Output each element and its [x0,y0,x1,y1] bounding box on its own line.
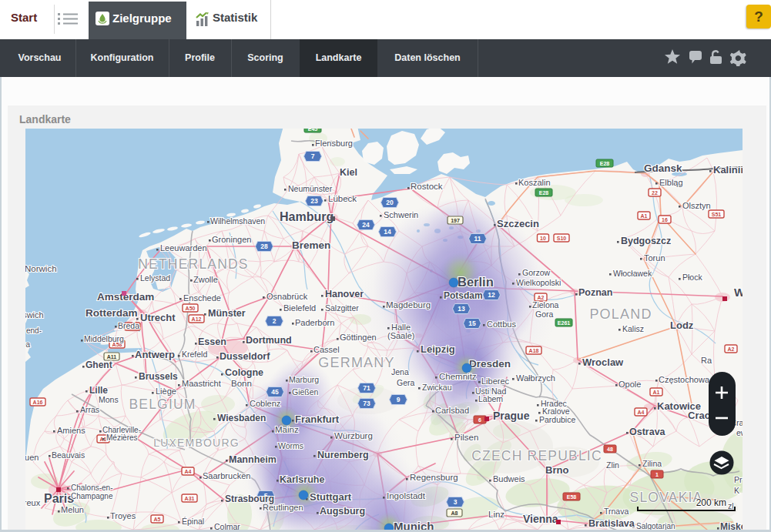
svg-text:A31: A31 [185,496,195,501]
svg-text:Worms: Worms [278,441,303,450]
svg-text:Zwolle: Zwolle [193,275,218,284]
svg-text:A12: A12 [192,316,202,322]
svg-text:Pr: Pr [734,475,743,484]
svg-text:Paris: Paris [44,492,74,505]
svg-text:Marburg: Marburg [289,375,319,384]
svg-text:Pardubice: Pardubice [539,415,575,424]
svg-text:Bratislava: Bratislava [588,518,635,529]
svg-text:Zlin: Zlin [606,460,619,470]
svg-text:Poznan: Poznan [578,287,612,298]
svg-text:Enschede: Enschede [183,293,221,303]
svg-text:Wielkopolski: Wielkopolski [516,278,561,287]
svg-text:Augsburg: Augsburg [320,506,365,517]
svg-text:9: 9 [397,396,401,403]
svg-text:end-: end- [26,326,42,335]
svg-text:A4: A4 [638,410,645,415]
svg-text:Bonn: Bonn [231,379,252,388]
svg-text:Flensburg: Flensburg [315,139,353,148]
svg-text:73: 73 [363,400,370,407]
svg-text:Arras: Arras [80,405,99,414]
svg-text:Champagne: Champagne [71,492,113,500]
svg-text:Jena: Jena [391,367,409,376]
svg-text:Ipswich: Ipswich [25,310,44,320]
svg-text:S51: S51 [712,212,722,217]
svg-text:Saarbrucken: Saarbrucken [203,471,250,480]
svg-text:Berlin: Berlin [458,275,494,289]
svg-text:A2: A2 [728,346,735,352]
svg-text:Regensburg: Regensburg [410,473,458,482]
svg-text:Zielona: Zielona [532,300,559,309]
svg-text:Antwerp: Antwerp [135,349,175,360]
svg-text:48: 48 [607,447,613,452]
svg-text:Leipzig: Leipzig [421,343,455,355]
svg-text:Evreux: Evreux [25,498,41,507]
svg-text:Reutlingen: Reutlingen [263,503,303,512]
svg-text:Torun: Torun [644,253,665,263]
svg-text:Lille: Lille [89,385,108,396]
svg-text:Płock: Płock [682,273,702,282]
svg-text:Ghent: Ghent [85,360,112,370]
svg-text:Pilsen: Pilsen [454,433,478,442]
svg-text:A50: A50 [186,306,196,311]
svg-text:Middelburg: Middelburg [84,334,124,343]
svg-text:Trnava: Trnava [604,507,629,516]
svg-text:ea: ea [25,340,31,349]
svg-text:zl: zl [728,501,734,510]
svg-text:Mainz: Mainz [275,425,299,434]
svg-text:Wiesbaden: Wiesbaden [217,413,266,423]
svg-text:A8: A8 [451,510,458,516]
svg-text:Dresden: Dresden [469,358,511,370]
svg-text:Labem: Labem [478,394,503,403]
svg-text:12: 12 [488,291,495,299]
svg-text:A18: A18 [529,348,539,353]
svg-text:Rouen: Rouen [25,453,39,462]
svg-text:Karlsruhe: Karlsruhe [280,474,324,485]
svg-text:A16: A16 [33,400,43,405]
svg-text:Mézières: Mézières [106,433,138,442]
svg-text:Coblenz: Coblenz [250,399,280,408]
svg-text:Brno: Brno [545,464,568,476]
svg-text:22: 22 [652,190,658,196]
svg-text:23: 23 [310,197,318,205]
svg-text:Bydgoszcz: Bydgoszcz [621,236,671,246]
svg-text:E28: E28 [600,161,610,166]
svg-text:7: 7 [311,152,315,160]
svg-text:Utrecht: Utrecht [140,312,176,323]
svg-text:Dortmund: Dortmund [246,335,292,346]
svg-text:Magdeburg: Magdeburg [386,300,431,309]
svg-text:Maastricht: Maastricht [182,379,221,388]
svg-text:Liberec: Liberec [481,376,510,386]
svg-text:Zwickau: Zwickau [422,383,452,392]
svg-text:LUXEMBOURG: LUXEMBOURG [153,437,240,449]
svg-text:CZECH REPUBLIC: CZECH REPUBLIC [471,448,602,463]
svg-text:Cologne: Cologne [225,367,263,378]
svg-text:Crac: Crac [688,410,710,421]
svg-text:Kalinin: Kalinin [713,164,743,176]
svg-text:E45: E45 [308,129,318,132]
svg-text:Beauvais: Beauvais [52,450,85,460]
svg-text:15: 15 [468,320,476,327]
svg-text:Melun: Melun [61,505,84,514]
svg-text:71: 71 [363,384,370,392]
svg-text:Koszalin: Koszalin [518,178,551,187]
svg-text:Ra: Ra [701,356,712,365]
svg-text:Carlsbad: Carlsbad [435,406,469,415]
svg-text:Épinal: Épinal [182,517,204,526]
svg-text:10: 10 [540,236,546,241]
svg-text:GERMANY: GERMANY [318,355,394,370]
svg-text:A1: A1 [653,390,660,395]
svg-text:A5: A5 [154,517,161,522]
svg-text:A2: A2 [538,295,545,300]
svg-text:K: K [734,486,739,495]
svg-text:Gorzow: Gorzow [522,268,551,277]
svg-text:Essen: Essen [198,336,226,347]
svg-text:Lodz: Lodz [670,320,694,331]
svg-text:Brussels: Brussels [139,371,178,382]
svg-text:Kiel: Kiel [340,167,357,178]
svg-text:POLAND: POLAND [589,306,652,322]
svg-text:Szczecin: Szczecin [497,218,539,229]
svg-text:6: 6 [478,417,481,423]
svg-text:Salzgitter: Salzgitter [325,303,359,313]
svg-text:Chalons-en-: Chalons-en- [71,483,112,492]
svg-text:Zilina: Zilina [642,459,662,468]
